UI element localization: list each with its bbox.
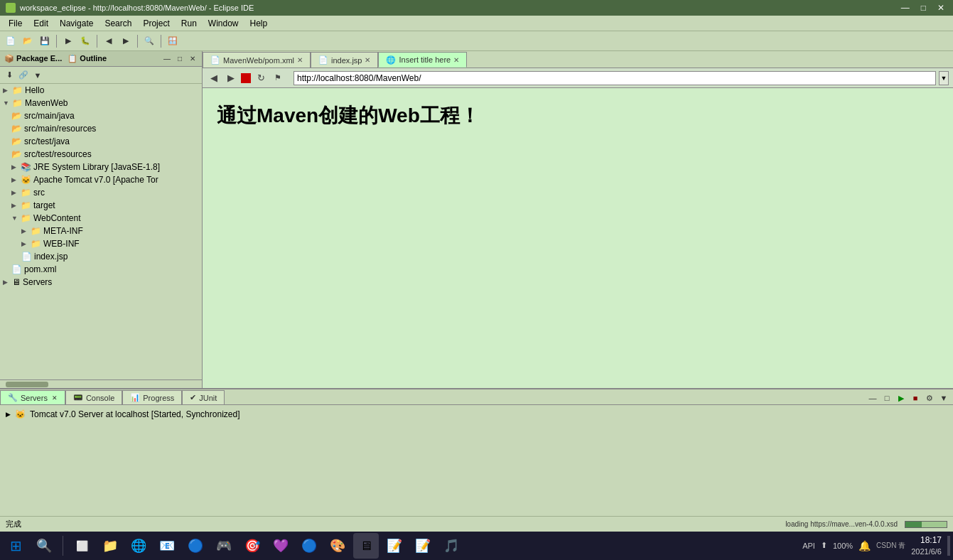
taskbar-app6[interactable]: 🎨 bbox=[325, 533, 350, 559]
tree-item-webcontent[interactable]: ▼ 📁 WebContent bbox=[0, 212, 202, 225]
new-button[interactable]: 📄 bbox=[3, 33, 18, 49]
taskbar-eclipse[interactable]: 🖥 bbox=[353, 533, 379, 559]
console-tab-label: Console bbox=[86, 394, 114, 402]
save-button[interactable]: 💾 bbox=[37, 33, 53, 49]
tree-item-src[interactable]: ▶ 📁 src bbox=[0, 186, 202, 199]
taskbar-api-label: API bbox=[802, 542, 815, 550]
bottom-panel-menu-btn[interactable]: ▼ bbox=[937, 392, 950, 404]
start-button[interactable]: ⊞ bbox=[3, 533, 28, 559]
outline-tab[interactable]: 📋 Outline bbox=[68, 54, 107, 63]
tree-item-meta-inf[interactable]: ▶ 📁 META-INF bbox=[0, 225, 202, 237]
bottom-panel-max-btn[interactable]: □ bbox=[881, 392, 893, 404]
taskbar-search-btn[interactable]: 🔍 bbox=[31, 533, 57, 559]
close-button[interactable]: ✕ bbox=[935, 3, 947, 13]
tree-item-src-test-java[interactable]: 📂 src/test/java bbox=[0, 135, 202, 148]
bottom-panel: 🔧 Servers ✕ 📟 Console 📊 Progress ✔ JUnit… bbox=[0, 388, 953, 516]
bottom-tab-junit[interactable]: ✔ JUnit bbox=[182, 390, 225, 404]
taskbar-app4[interactable]: 💜 bbox=[268, 533, 294, 559]
tree-item-jre[interactable]: ▶ 📚 JRE System Library [JavaSE-1.8] bbox=[0, 161, 202, 173]
menu-project[interactable]: Project bbox=[137, 17, 175, 30]
prev-button[interactable]: ◀ bbox=[101, 33, 117, 49]
progress-tab-label: Progress bbox=[143, 394, 174, 402]
bottom-tab-progress[interactable]: 📊 Progress bbox=[122, 390, 182, 404]
bottom-panel-other-btn[interactable]: ⚙ bbox=[923, 392, 936, 404]
tab-browser[interactable]: 🌐 Insert title here ✕ bbox=[378, 52, 467, 68]
main-toolbar: 📄 📂 💾 ▶ 🐛 ◀ ▶ 🔍 🪟 bbox=[0, 31, 953, 51]
taskbar-task-view[interactable]: ⬜ bbox=[69, 533, 95, 559]
url-input[interactable] bbox=[294, 71, 936, 85]
stop-button[interactable] bbox=[241, 73, 251, 83]
source-folder-icon: 📂 bbox=[11, 111, 22, 121]
taskbar-explorer[interactable]: 📁 bbox=[97, 533, 123, 559]
bottom-panel-stop-btn[interactable]: ■ bbox=[909, 392, 922, 404]
taskbar-mail[interactable]: 📧 bbox=[154, 533, 180, 559]
tab-index-jsp-close[interactable]: ✕ bbox=[365, 56, 370, 64]
tree-item-mavenweb[interactable]: ▼ 📁 MavenWeb bbox=[0, 97, 202, 109]
url-dropdown-button[interactable]: ▼ bbox=[939, 71, 949, 85]
taskbar-edge[interactable]: 🌐 bbox=[126, 533, 151, 559]
bottom-tab-servers[interactable]: 🔧 Servers ✕ bbox=[0, 390, 65, 404]
menu-bar: File Edit Navigate Search Project Run Wi… bbox=[0, 16, 953, 31]
perspectives-button[interactable]: 🪟 bbox=[165, 33, 181, 49]
menu-search[interactable]: Search bbox=[99, 17, 137, 30]
status-progress-text: loading https://mave...ven-4.0.0.xsd bbox=[785, 520, 898, 528]
tree-item-src-test-resources[interactable]: 📂 src/test/resources bbox=[0, 148, 202, 161]
package-explorer-tab[interactable]: 📦 Package E... bbox=[4, 54, 62, 63]
debug-button[interactable]: 🐛 bbox=[77, 33, 93, 49]
taskbar-word[interactable]: 📝 bbox=[410, 533, 436, 559]
tree-item-web-inf[interactable]: ▶ 📁 WEB-INF bbox=[0, 237, 202, 250]
bottom-panel-min-btn[interactable]: — bbox=[866, 392, 879, 404]
back-button[interactable]: ◀ bbox=[207, 71, 221, 85]
tree-item-src-main-java[interactable]: 📂 src/main/java bbox=[0, 109, 202, 122]
minimize-button[interactable]: — bbox=[898, 3, 912, 13]
forward-button[interactable]: ▶ bbox=[224, 71, 238, 85]
tree-arrow: ▶ bbox=[11, 189, 18, 196]
tree-item-target[interactable]: ▶ 📁 target bbox=[0, 199, 202, 212]
server-expand-arrow[interactable]: ▶ bbox=[6, 411, 11, 418]
bottom-tab-console[interactable]: 📟 Console bbox=[65, 390, 122, 404]
tree-item-hello[interactable]: ▶ 📁 Hello bbox=[0, 84, 202, 97]
link-button[interactable]: 🔗 bbox=[17, 69, 30, 82]
menu-file[interactable]: File bbox=[3, 17, 28, 30]
refresh-button[interactable]: ↻ bbox=[254, 71, 268, 85]
tree-item-pom-xml[interactable]: 📄 pom.xml bbox=[0, 263, 202, 276]
sidebar-maximize-btn[interactable]: □ bbox=[175, 54, 185, 64]
run-button[interactable]: ▶ bbox=[60, 33, 76, 49]
sidebar-close-btn[interactable]: ✕ bbox=[188, 54, 198, 64]
taskbar-app2[interactable]: 🎮 bbox=[211, 533, 237, 559]
taskbar-music[interactable]: 🎵 bbox=[438, 533, 464, 559]
maximize-button[interactable]: □ bbox=[918, 3, 929, 13]
taskbar-app1[interactable]: 🔵 bbox=[183, 533, 208, 559]
taskbar-expand-btn[interactable]: ⬆ bbox=[821, 541, 827, 550]
taskbar-app3[interactable]: 🎯 bbox=[239, 533, 265, 559]
open-button[interactable]: 📂 bbox=[20, 33, 36, 49]
menu-help[interactable]: Help bbox=[244, 17, 274, 30]
search-toolbar-button[interactable]: 🔍 bbox=[141, 33, 157, 49]
menu-window[interactable]: Window bbox=[203, 17, 244, 30]
servers-tab-label: Servers bbox=[21, 394, 48, 402]
sidebar-menu-button[interactable]: ▼ bbox=[31, 69, 44, 82]
taskbar-notepad[interactable]: 📝 bbox=[382, 533, 407, 559]
menu-navigate[interactable]: Navigate bbox=[54, 17, 99, 30]
tree-item-servers[interactable]: ▶ 🖥 Servers bbox=[0, 276, 202, 289]
tree-label: pom.xml bbox=[24, 264, 56, 274]
menu-run[interactable]: Run bbox=[176, 17, 203, 30]
home-button[interactable]: ⚑ bbox=[271, 71, 285, 85]
tab-pom-xml-close[interactable]: ✕ bbox=[297, 56, 303, 64]
tab-browser-close[interactable]: ✕ bbox=[453, 56, 459, 64]
tab-pom-xml[interactable]: 📄 MavenWeb/pom.xml ✕ bbox=[203, 52, 311, 68]
taskbar-app5[interactable]: 🔵 bbox=[296, 533, 322, 559]
system-tray-items: CSDN 青 bbox=[876, 541, 905, 551]
tree-item-tomcat[interactable]: ▶ 🐱 Apache Tomcat v7.0 [Apache Tor bbox=[0, 173, 202, 186]
menu-edit[interactable]: Edit bbox=[28, 17, 54, 30]
next-button[interactable]: ▶ bbox=[118, 33, 134, 49]
bottom-panel-run-btn[interactable]: ▶ bbox=[895, 392, 908, 404]
tree-item-index-jsp[interactable]: 📄 index.jsp bbox=[0, 250, 202, 263]
servers-tab-close[interactable]: ✕ bbox=[52, 394, 58, 402]
tab-index-jsp[interactable]: 📄 index.jsp ✕ bbox=[311, 52, 378, 68]
server-row-tomcat[interactable]: ▶ 🐱 Tomcat v7.0 Server at localhost [Sta… bbox=[6, 408, 947, 421]
collapse-all-button[interactable]: ⬇ bbox=[3, 69, 16, 82]
sidebar-minimize-btn[interactable]: — bbox=[162, 54, 172, 64]
taskbar-show-desktop[interactable] bbox=[947, 536, 950, 556]
tree-item-src-main-resources[interactable]: 📂 src/main/resources bbox=[0, 122, 202, 135]
